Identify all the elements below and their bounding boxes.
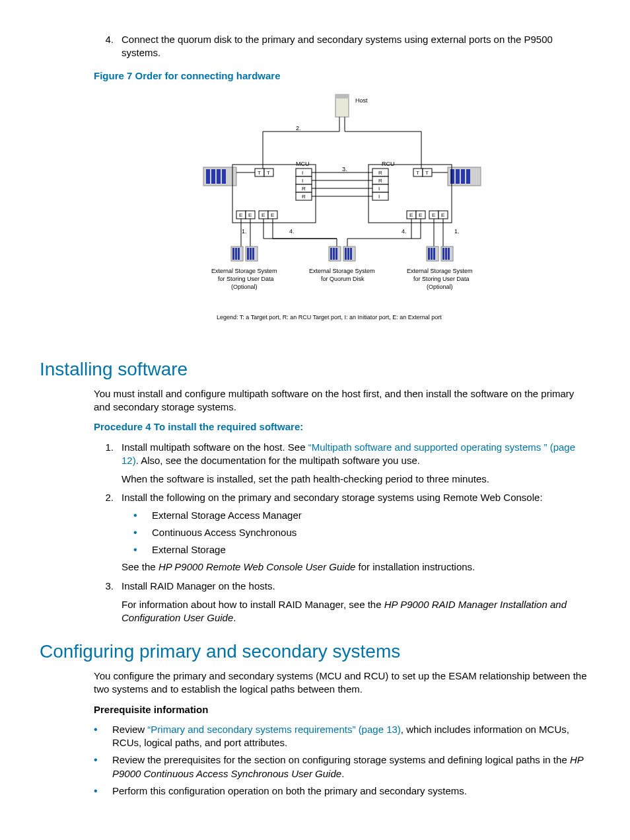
svg-text:(Optional): (Optional) [427, 284, 453, 290]
svg-rect-1 [335, 95, 349, 98]
prereq-bullet-2: • Review the prerequisites for the secti… [94, 753, 590, 781]
svg-rect-107 [433, 248, 435, 260]
svg-text:External Storage System: External Storage System [309, 268, 375, 274]
figure-7-diagram: Host 2. MCU RCU 3. T T T T I I R R [94, 88, 590, 342]
svg-text:E: E [262, 212, 265, 218]
bullet-icon: • [133, 543, 152, 556]
svg-text:for Quorum Disk: for Quorum Disk [321, 276, 365, 282]
svg-text:R: R [378, 178, 382, 184]
svg-rect-97 [330, 248, 332, 260]
svg-text:for Storing User Data: for Storing User Data [413, 276, 470, 282]
bullet-icon: • [94, 784, 112, 798]
svg-text:2.: 2. [296, 125, 301, 132]
svg-rect-45 [372, 192, 388, 200]
svg-text:Legend: T: a Target port,  R: : Legend: T: a Target port, R: an RCU Targ… [217, 314, 442, 321]
svg-rect-99 [335, 248, 337, 260]
svg-text:R: R [378, 170, 382, 176]
svg-text:for Storing User Data: for Storing User Data [218, 276, 274, 282]
svg-text:3.: 3. [342, 166, 347, 172]
svg-rect-94 [250, 248, 252, 260]
svg-rect-90 [235, 248, 237, 260]
svg-text:I: I [378, 186, 380, 192]
prereq-bullet-1: • Review “Primary and secondary systems … [94, 723, 590, 750]
svg-rect-98 [333, 248, 335, 260]
svg-rect-110 [445, 248, 447, 260]
step-4-num: 4. [94, 33, 122, 60]
svg-text:(Optional): (Optional) [231, 284, 258, 290]
svg-text:1.: 1. [454, 228, 460, 235]
svg-rect-101 [345, 248, 347, 260]
svg-text:I: I [378, 194, 380, 200]
svg-rect-95 [252, 248, 254, 260]
step-4-text: Connect the quorum disk to the primary a… [122, 33, 590, 60]
install-intro: You must install and configure multipath… [94, 387, 590, 414]
proc4-step-1: 1. Install multipath software on the hos… [94, 441, 590, 486]
svg-text:External Storage System: External Storage System [407, 268, 473, 274]
svg-text:RCU: RCU [382, 161, 395, 167]
svg-rect-106 [431, 248, 433, 260]
svg-rect-33 [296, 176, 312, 184]
config-intro: You configure the primary and secondary … [94, 669, 590, 697]
heading-configuring: Configuring primary and secondary system… [40, 639, 590, 664]
svg-rect-14 [222, 169, 226, 184]
heading-installing-software: Installing software [40, 357, 590, 382]
svg-rect-16 [450, 169, 454, 184]
procedure-4-title: Procedure 4 To install the required soft… [94, 420, 590, 434]
svg-rect-13 [217, 169, 221, 184]
prereq-bullet-3: • Perform this configuration operation o… [94, 784, 590, 798]
svg-text:4.: 4. [289, 228, 295, 235]
svg-text:I: I [302, 170, 303, 176]
svg-text:4.: 4. [402, 228, 407, 235]
svg-text:MCU: MCU [296, 161, 310, 167]
link-primary-secondary-req[interactable]: “Primary and secondary systems requireme… [147, 724, 400, 735]
bullet-icon: • [94, 723, 112, 750]
svg-text:E: E [239, 212, 242, 218]
svg-text:E: E [409, 212, 413, 218]
svg-rect-89 [232, 248, 234, 260]
svg-text:R: R [302, 186, 306, 192]
svg-rect-93 [247, 248, 249, 260]
svg-text:E: E [432, 212, 435, 218]
svg-text:1.: 1. [242, 228, 247, 235]
svg-rect-105 [428, 248, 430, 260]
bullet-icon: • [133, 509, 152, 522]
proc4-step-2: 2. Install the following on the primary … [94, 491, 590, 574]
svg-rect-19 [466, 169, 470, 184]
svg-rect-18 [461, 169, 465, 184]
page-footer: Installing software 23 [40, 837, 590, 840]
svg-rect-109 [442, 248, 444, 260]
svg-text:R: R [302, 194, 306, 200]
proc4-step-3: 3. Install RAID Manager on the hosts. Fo… [94, 580, 590, 625]
svg-text:T: T [267, 170, 270, 176]
svg-rect-103 [350, 248, 352, 260]
svg-rect-17 [456, 169, 460, 184]
bullet-icon: • [94, 753, 112, 781]
step-4: 4. Connect the quorum disk to the primar… [94, 33, 590, 60]
svg-text:E: E [248, 212, 252, 218]
bullet-icon: • [133, 526, 152, 539]
svg-rect-11 [206, 169, 210, 184]
prereq-title: Prerequisite information [94, 703, 590, 716]
svg-text:T: T [425, 170, 429, 176]
svg-rect-43 [372, 184, 388, 192]
svg-text:E: E [441, 212, 444, 218]
svg-rect-12 [211, 169, 215, 184]
svg-text:T: T [416, 170, 419, 176]
svg-rect-102 [347, 248, 349, 260]
svg-text:T: T [258, 170, 261, 176]
svg-rect-111 [448, 248, 450, 260]
svg-rect-31 [296, 169, 312, 176]
svg-text:External Storage System: External Storage System [211, 268, 277, 274]
svg-text:E: E [271, 212, 274, 218]
svg-text:I: I [302, 178, 303, 184]
svg-text:E: E [419, 212, 422, 218]
svg-text:Host: Host [355, 97, 368, 104]
figure-7-caption: Figure 7 Order for connecting hardware [94, 69, 590, 83]
svg-rect-91 [238, 248, 240, 260]
